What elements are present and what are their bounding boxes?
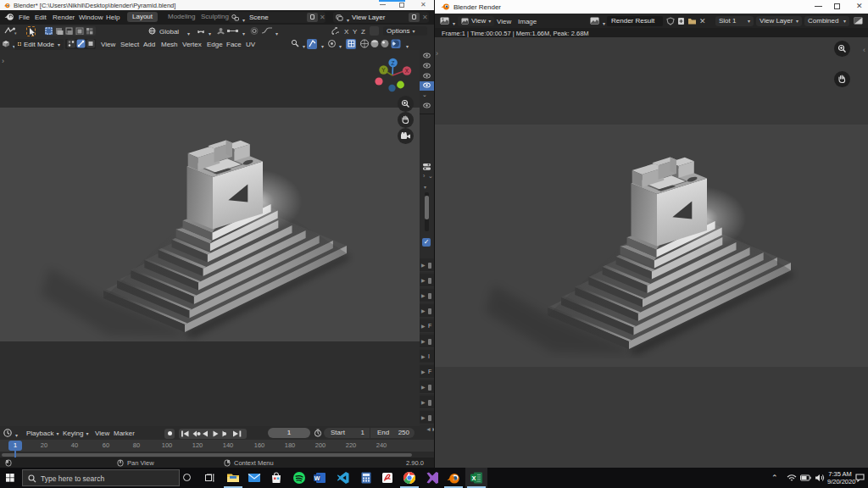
- svg-text:X: X: [471, 474, 476, 482]
- svg-text:Y: Y: [381, 67, 386, 73]
- svg-text:▾: ▾: [14, 30, 17, 36]
- svg-text:X: X: [405, 68, 409, 74]
- svg-text:W: W: [314, 475, 320, 481]
- svg-text:Z: Z: [392, 60, 395, 66]
